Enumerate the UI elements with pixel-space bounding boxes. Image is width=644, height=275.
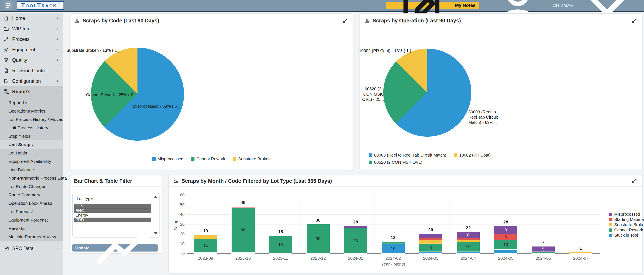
bar-segment-starting-material[interactable] xyxy=(457,238,480,240)
sidebar-item-label: Process xyxy=(12,36,52,42)
report-item-operations-metrics[interactable]: Operations Metrics xyxy=(0,107,63,115)
legend-item-misprocessed[interactable]: Misprocessed xyxy=(609,212,640,217)
chevron-right-icon xyxy=(55,16,60,20)
x-axis-tick-label: 2024-06 xyxy=(536,256,551,261)
expand-panel-button[interactable] xyxy=(631,17,638,24)
scroll-up-arrow[interactable] xyxy=(154,196,158,198)
report-item-equipment-forecast[interactable]: Equipment Forecast xyxy=(0,216,63,224)
bar-segment-stuck-in-tool[interactable] xyxy=(194,252,217,254)
bar-segment-substrate-broken[interactable] xyxy=(457,240,480,242)
bar-segment-stuck-in-tool[interactable] xyxy=(457,252,480,254)
legend-item-stuck-in-tool[interactable]: Stuck in Tool xyxy=(609,233,638,238)
report-item-lot-holds[interactable]: Lot Holds xyxy=(0,149,63,157)
pie-slice-label: 10002 (PR Coat) - 13% ( 1 ) xyxy=(359,48,411,54)
trophy-icon xyxy=(3,58,9,63)
bar-total-label: 28 xyxy=(504,220,508,224)
doc-pencil-icon xyxy=(3,78,9,84)
legend-item-80003-reel-to-reel-tab-circuit-match[interactable]: 80003 (Reel to Reel Tab Circuit Match) xyxy=(369,153,446,158)
brand-logo[interactable]: ToolTrack™ xyxy=(17,1,64,10)
bar-segment-starting-material[interactable] xyxy=(232,207,254,208)
bar-segment-starting-material[interactable] xyxy=(419,238,442,240)
bar-total-label: 48 xyxy=(240,200,246,205)
bar-segment-substrate-broken[interactable] xyxy=(194,235,217,239)
menu-toggle-button[interactable] xyxy=(4,1,12,10)
legend-item-substrate-broken[interactable]: Substrate Broken xyxy=(609,222,644,227)
bar-segment-cannot-rework[interactable] xyxy=(382,242,405,244)
my-notes-button[interactable]: My Notes xyxy=(386,2,479,9)
report-item-step-yields[interactable]: Step Yields xyxy=(0,132,63,140)
panel-title: Scraps by Code (Last 90 Days) xyxy=(82,18,159,24)
report-item-lot-route-changes[interactable]: Lot Route Changes xyxy=(0,182,63,191)
sidebar-item-label: Reports xyxy=(12,89,52,94)
bar-segment-stuck-in-tool[interactable] xyxy=(232,252,254,254)
legend-swatch xyxy=(191,157,194,161)
legend-item-cannot-rework[interactable]: Cannot Rework xyxy=(609,228,643,232)
report-item-reworks[interactable]: Reworks xyxy=(0,224,63,233)
pie-chart-scraps-by-operation[interactable] xyxy=(383,49,471,137)
legend-item-substrate-broken[interactable]: Substrate Broken xyxy=(233,156,271,162)
legend-item-60620-2-con-msk-ovl[interactable]: 60620 (2 CON MSK OVL) xyxy=(369,160,422,165)
sidebar-item-home[interactable]: Home xyxy=(0,13,63,24)
bar-chart-icon xyxy=(74,18,80,24)
panel-filter: Bar Chart & Table Filter Lot Type DEVENG… xyxy=(70,175,162,254)
legend-item-misprocessed[interactable]: Misprocessed xyxy=(152,156,183,162)
chevron-right-icon xyxy=(55,79,60,83)
bar-segment-misprocessed[interactable] xyxy=(344,226,367,228)
report-item-multiple-parameter-view[interactable]: Multiple Parameter View xyxy=(0,233,63,241)
panel-title: Scraps by Operation (Last 90 Days) xyxy=(372,18,461,24)
bar-segment-label: 8 xyxy=(505,228,507,232)
legend-item-cannot-rework[interactable]: Cannot Rework xyxy=(191,156,225,162)
doc-clock-icon xyxy=(3,68,9,74)
username-label: ICHIZMAR xyxy=(551,3,574,8)
report-item-unit-scraps[interactable]: Unit Scraps xyxy=(0,140,63,149)
expand-panel-button[interactable] xyxy=(342,17,349,24)
lot-type-option-dev[interactable]: DEV xyxy=(74,204,151,208)
sidebar-item-reports[interactable]: Reports xyxy=(0,86,63,97)
bar-segment-stuck-in-tool[interactable] xyxy=(494,250,517,254)
report-item-equipment-availability[interactable]: Equipment Availability xyxy=(0,157,63,166)
legend-label: 10002 (PR Coat) xyxy=(459,153,490,158)
report-item-unit-process-history[interactable]: Unit Process History xyxy=(0,124,63,132)
report-item-lot-process-history-moves[interactable]: Lot Process History / Moves xyxy=(0,115,63,124)
legend-item-10002-pr-coat[interactable]: 10002 (PR Coat) xyxy=(454,153,490,158)
home-icon xyxy=(3,16,9,21)
report-item-operation-look-ahead[interactable]: Operation Look Ahead xyxy=(0,199,63,208)
bar-total-label: 12 xyxy=(391,235,396,240)
pie-legend-row: 60620 (2 CON MSK OVL) xyxy=(369,160,422,165)
sidebar-item-label: Equipment xyxy=(12,47,52,52)
gridline-vertical xyxy=(600,195,600,254)
legend-swatch xyxy=(609,223,612,226)
sidebar-item-wip-info[interactable]: WIP Info xyxy=(0,24,63,34)
bar-total-label: 1 xyxy=(580,246,582,251)
bar-segment-substrate-broken[interactable] xyxy=(569,252,592,254)
bar-total-label: 28 xyxy=(353,220,358,224)
bar-segment-stuck-in-tool[interactable] xyxy=(419,252,442,254)
report-item-report-list[interactable]: Report List xyxy=(0,98,63,107)
report-item-line-balance[interactable]: Line Balance xyxy=(0,166,63,174)
sidebar-item-spc-data[interactable]: SPC Data xyxy=(0,243,63,254)
y-axis-tick-label: 60 xyxy=(174,193,185,198)
report-item-route-summary[interactable]: Route Summary xyxy=(0,191,63,199)
sidebar-item-configuration[interactable]: Configuration xyxy=(0,76,63,86)
top-bar: ToolTrack™ My Notes ICHIZMAR xyxy=(0,0,644,12)
update-button[interactable]: Update xyxy=(72,244,158,252)
bar-segment-misprocessed[interactable] xyxy=(419,234,442,238)
panel-scraps-by-code: Scraps by Code (Last 90 Days) Substrate … xyxy=(70,14,353,170)
trademark-symbol: ™ xyxy=(58,3,60,6)
legend-swatch xyxy=(609,234,612,237)
lot-type-option-eng[interactable]: ENG xyxy=(74,208,151,213)
bar-segment-substrate-broken[interactable] xyxy=(419,240,442,244)
pie-slice-label: Misprocessed - 63% ( 5 ) xyxy=(133,104,180,109)
sidebar-item-process[interactable]: Process xyxy=(0,34,63,44)
legend-label: Cannot Rework xyxy=(614,228,643,232)
report-item-lot-forecast[interactable]: Lot Forecast xyxy=(0,208,63,216)
report-item-non-parametric-process-data[interactable]: Non-Parametric Process Data xyxy=(0,174,63,182)
bar-segment-cannot-rework[interactable] xyxy=(532,252,555,254)
legend-item-starting-material[interactable]: Starting Material xyxy=(609,217,644,222)
legend-label: Stuck in Tool xyxy=(614,233,638,238)
x-axis-tick-label: 2024-07 xyxy=(573,256,588,261)
x-axis-tick-label: 2023-12 xyxy=(310,256,326,261)
sidebar-item-equipment[interactable]: Equipment xyxy=(0,44,63,55)
sidebar-item-quality[interactable]: Quality xyxy=(0,55,63,66)
sidebar-item-revision-control[interactable]: Revision Control xyxy=(0,66,63,76)
